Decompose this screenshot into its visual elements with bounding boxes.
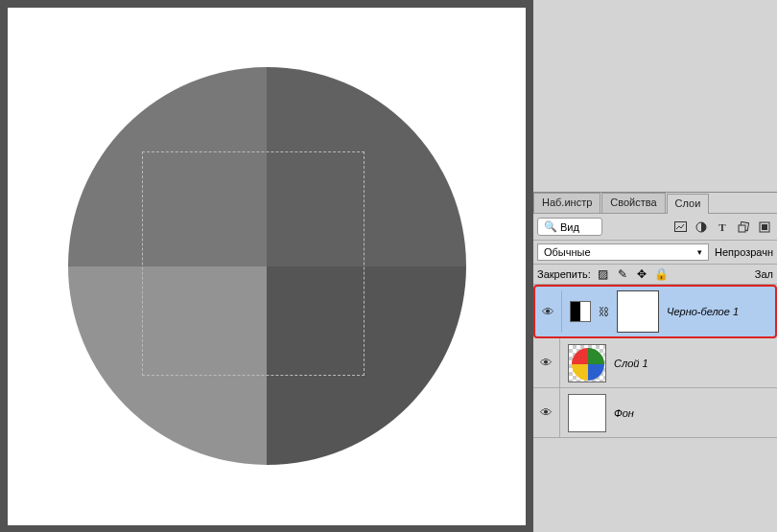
layer-name[interactable]: Черно-белое 1 — [667, 306, 739, 317]
eye-icon[interactable]: 👁 — [542, 305, 554, 319]
quadrant-top-right — [267, 67, 466, 266]
blend-mode-value: Обычные — [544, 246, 591, 258]
layer-row-background[interactable]: 👁 Фон — [533, 388, 777, 438]
svg-rect-5 — [762, 224, 767, 230]
layer-thumb[interactable] — [568, 394, 606, 432]
layers-panel: Наб.инстр Свойства Слои 🔍 Вид T — [533, 192, 777, 532]
lock-row: Закрепить: ▨ ✎ ✥ 🔒 Зал — [533, 265, 777, 285]
canvas[interactable] — [8, 8, 526, 525]
chevron-down-icon: ▾ — [697, 247, 702, 257]
layer-name[interactable]: Фон — [614, 407, 634, 419]
circle-artwork — [68, 67, 466, 465]
lock-paint-icon[interactable]: ✎ — [616, 267, 629, 281]
blend-mode-select[interactable]: Обычные ▾ — [537, 243, 709, 261]
filter-text-icon[interactable]: T — [714, 220, 731, 235]
adjustment-thumb[interactable] — [570, 301, 591, 322]
layer-filter-kind[interactable]: 🔍 Вид — [537, 218, 602, 236]
lock-icons: ▨ ✎ ✥ 🔒 — [597, 267, 668, 281]
visibility-col: 👁 — [533, 388, 560, 437]
quadrant-bottom-right — [267, 266, 466, 466]
tab-layers[interactable]: Слои — [667, 194, 710, 214]
layer-content: Фон — [560, 394, 777, 432]
filter-adjust-icon[interactable] — [693, 220, 710, 235]
opacity-label: Непрозрачн — [715, 246, 773, 258]
link-icon[interactable]: ⛓ — [599, 306, 609, 317]
layer-name[interactable]: Слой 1 — [614, 358, 648, 369]
visibility-col: 👁 — [533, 338, 560, 387]
svg-rect-0 — [674, 222, 686, 232]
panel-tabs: Наб.инстр Свойства Слои — [533, 193, 777, 214]
tab-toolset[interactable]: Наб.инстр — [533, 193, 600, 213]
filter-shape-icon[interactable] — [735, 220, 752, 235]
quadrant-bottom-left — [68, 266, 268, 466]
quadrant-top-left — [68, 67, 268, 266]
filter-image-icon[interactable] — [671, 220, 689, 235]
svg-rect-3 — [739, 225, 745, 232]
layer-content: Слой 1 — [560, 344, 777, 382]
tab-properties[interactable]: Свойства — [601, 193, 665, 213]
canvas-area — [0, 0, 533, 532]
layer-row-raster[interactable]: 👁 Слой 1 — [533, 338, 777, 388]
visibility-col: 👁 — [535, 290, 562, 333]
layer-thumb[interactable] — [568, 344, 606, 382]
eye-icon[interactable]: 👁 — [540, 405, 553, 420]
mask-thumb[interactable] — [617, 290, 659, 333]
eye-icon[interactable]: 👁 — [540, 356, 553, 370]
lock-position-icon[interactable]: ✥ — [635, 267, 648, 281]
panel-side: Наб.инстр Свойства Слои 🔍 Вид T — [533, 0, 777, 532]
lock-label: Закрепить: — [537, 268, 591, 280]
filter-kind-label: Вид — [560, 221, 579, 233]
filter-row: 🔍 Вид T — [533, 214, 777, 241]
blend-row: Обычные ▾ Непрозрачн — [533, 241, 777, 265]
search-icon: 🔍 — [544, 220, 557, 233]
filter-smart-icon[interactable] — [756, 220, 773, 235]
layer-content: ⛓ Черно-белое 1 — [562, 290, 775, 333]
lock-all-icon[interactable]: 🔒 — [654, 267, 668, 281]
lock-transparency-icon[interactable]: ▨ — [597, 267, 610, 281]
fill-label: Зал — [755, 268, 773, 280]
layer-row-adjustment[interactable]: 👁 ⛓ Черно-белое 1 — [533, 285, 777, 338]
panel-empty-area — [533, 0, 777, 192]
layers-list: 👁 ⛓ Черно-белое 1 👁 — [533, 285, 777, 532]
